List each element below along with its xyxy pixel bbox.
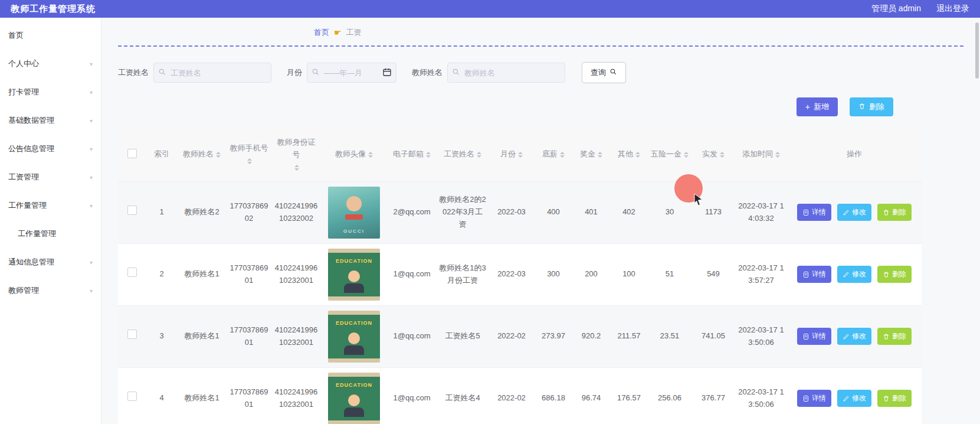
mouse-pointer-icon	[693, 193, 704, 207]
col-header-avatar[interactable]: 教师头像	[321, 128, 387, 181]
sidebar-item-9[interactable]: 教师管理▾	[0, 276, 101, 305]
avatar-body	[344, 407, 364, 417]
trash-icon	[858, 103, 866, 112]
search-icon	[312, 68, 320, 79]
delete-button[interactable]: 删除	[877, 204, 912, 221]
edit-button[interactable]: 修改	[837, 204, 871, 221]
delete-button[interactable]: 删除	[877, 390, 912, 407]
cell-other: 211.57	[610, 305, 648, 367]
cell-actions: 详情修改删除	[787, 367, 922, 424]
avatar-face	[348, 394, 360, 406]
sort-icon[interactable]	[775, 149, 780, 160]
col-header-other[interactable]: 其他	[610, 128, 648, 181]
cell-phone: 17703786901	[227, 305, 271, 367]
calendar-icon[interactable]	[382, 67, 392, 79]
logout-link[interactable]: 退出登录	[936, 4, 969, 14]
col-header-teacher_name[interactable]: 教师姓名	[177, 128, 227, 181]
cell-insurance: 23.51	[648, 305, 691, 367]
cell-avatar: GUCCI	[321, 181, 387, 243]
col-header-id_card[interactable]: 教师身份证号	[271, 128, 321, 181]
col-header-phone[interactable]: 教师手机号	[227, 128, 271, 181]
col-header-salary_name[interactable]: 工资姓名	[437, 128, 489, 181]
cell-base: 273.97	[535, 305, 572, 367]
sort-icon[interactable]	[635, 149, 640, 160]
sidebar-item-7[interactable]: 工作量管理	[0, 220, 101, 248]
detail-button[interactable]: 详情	[797, 328, 831, 345]
sidebar-item-label: 公告信息管理	[8, 143, 54, 154]
col-header-email[interactable]: 电子邮箱	[387, 128, 437, 181]
select-all-checkbox[interactable]	[127, 149, 137, 158]
avatar-face	[348, 270, 360, 282]
trash-icon	[883, 333, 890, 340]
avatar-text: EDUCATION	[328, 257, 380, 265]
col-header-insurance[interactable]: 五险一金	[648, 128, 691, 181]
add-button-label: 新增	[814, 102, 829, 112]
sort-icon[interactable]	[216, 149, 221, 160]
detail-button[interactable]: 详情	[797, 204, 831, 221]
sort-icon[interactable]	[426, 149, 431, 160]
row-checkbox[interactable]	[127, 268, 137, 277]
teacher-name-input[interactable]	[447, 63, 565, 83]
sidebar-item-label: 教师管理	[8, 285, 39, 296]
sort-icon[interactable]	[684, 149, 689, 160]
delete-button[interactable]: 删除	[877, 328, 912, 345]
edit-button[interactable]: 修改	[837, 390, 871, 407]
sidebar-item-5[interactable]: 工资管理▾	[0, 163, 101, 191]
col-header-net[interactable]: 实发	[691, 128, 735, 181]
col-label: 教师手机号	[230, 142, 268, 155]
sidebar-item-3[interactable]: 基础数据管理▾	[0, 106, 101, 135]
detail-button[interactable]: 详情	[797, 390, 831, 407]
pen-icon	[843, 271, 850, 278]
sidebar-item-4[interactable]: 公告信息管理▾	[0, 135, 101, 163]
sort-icon[interactable]	[294, 162, 299, 173]
edit-button[interactable]: 修改	[837, 266, 871, 283]
col-header-month[interactable]: 月份	[489, 128, 535, 181]
cell-base: 400	[535, 181, 572, 243]
pen-icon	[843, 209, 850, 216]
plus-icon: +	[805, 103, 810, 111]
cell-phone: 17703786902	[227, 181, 271, 243]
col-header-added[interactable]: 添加时间	[735, 128, 787, 181]
cell-added: 2022-03-17 13:57:27	[735, 243, 787, 305]
sidebar-item-6[interactable]: 工作量管理▾	[0, 191, 101, 220]
detail-button[interactable]: 详情	[797, 266, 831, 283]
teacher-avatar: EDUCATION	[328, 249, 380, 301]
row-checkbox[interactable]	[127, 206, 137, 215]
delete-button[interactable]: 删除	[877, 266, 912, 283]
sort-icon[interactable]	[598, 149, 602, 160]
add-button[interactable]: + 新增	[797, 97, 838, 116]
filter-bar: 工资姓名 月份 教师姓名	[118, 62, 963, 83]
sort-icon[interactable]	[247, 156, 252, 167]
pen-icon	[843, 395, 850, 402]
sort-icon[interactable]	[477, 149, 481, 160]
sort-icon[interactable]	[368, 149, 373, 160]
query-button[interactable]: 查询	[582, 62, 626, 83]
avatar-text: EDUCATION	[328, 381, 380, 389]
sidebar-item-label: 个人中心	[8, 58, 39, 69]
sort-icon[interactable]	[720, 149, 725, 160]
delete-button-label: 删除	[869, 102, 884, 112]
breadcrumb-home[interactable]: 首页	[314, 27, 329, 38]
delete-button[interactable]: 删除	[850, 97, 893, 116]
row-checkbox[interactable]	[127, 392, 137, 401]
row-checkbox[interactable]	[127, 330, 137, 339]
salary-name-input[interactable]	[153, 63, 271, 83]
chevron-down-icon: ▾	[90, 61, 93, 67]
sidebar-item-1[interactable]: 个人中心▾	[0, 50, 101, 78]
topbar-right: 管理员 admin 退出登录	[871, 4, 969, 14]
cell-actions: 详情修改删除	[787, 181, 922, 243]
sidebar-item-8[interactable]: 通知信息管理▾	[0, 248, 101, 276]
col-header-bonus[interactable]: 奖金	[572, 128, 610, 181]
month-input-wrap	[307, 63, 396, 83]
scrollbar-thumb[interactable]	[975, 22, 979, 79]
sort-icon[interactable]	[518, 149, 523, 160]
sidebar-item-2[interactable]: 打卡管理▾	[0, 78, 101, 106]
edit-button[interactable]: 修改	[837, 328, 871, 345]
sidebar-item-0[interactable]: 首页	[0, 21, 101, 50]
sort-icon[interactable]	[560, 149, 565, 160]
col-header-base[interactable]: 底薪	[535, 128, 572, 181]
chevron-down-icon: ▾	[90, 203, 93, 209]
cell-index: 2	[146, 243, 177, 305]
col-label: 工资姓名	[444, 148, 474, 161]
op-label: 删除	[892, 207, 906, 217]
